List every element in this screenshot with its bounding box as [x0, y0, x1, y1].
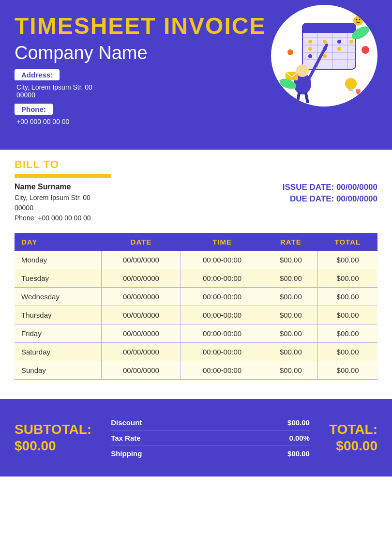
cell-total: $00.00: [318, 288, 377, 306]
svg-point-13: [349, 40, 353, 44]
table-section: DAY DATE TIME RATE TOTAL Monday00/00/000…: [0, 228, 392, 380]
due-date-value: 00/00/0000: [336, 194, 377, 203]
cell-time: 00:00-00:00: [181, 269, 264, 288]
cell-total: $00.00: [318, 251, 377, 269]
tax-row: Tax Rate 0.00%: [111, 431, 310, 446]
svg-point-16: [337, 47, 341, 51]
cell-rate: $00.00: [264, 251, 317, 269]
tax-label: Tax Rate: [111, 434, 140, 442]
due-date-label: DUE DATE:: [290, 194, 334, 203]
subtotal-label: SUBTOTAL:: [15, 421, 91, 438]
issue-date-value: 00/00/0000: [336, 183, 377, 192]
svg-point-17: [308, 54, 312, 58]
svg-point-29: [353, 16, 363, 26]
cell-day: Monday: [15, 251, 102, 269]
cell-total: $00.00: [318, 306, 377, 324]
cell-day: Saturday: [15, 343, 102, 361]
cell-time: 00:00-00:00: [181, 343, 264, 361]
svg-point-14: [308, 47, 312, 51]
svg-point-31: [359, 18, 361, 20]
cell-day: Wednesday: [15, 288, 102, 306]
calendar-illustration-svg: [276, 9, 373, 103]
total-label: TOTAL:: [329, 421, 377, 438]
address-label: Address:: [15, 69, 60, 80]
cell-time: 00:00-00:00: [181, 361, 264, 380]
timesheet-table: DAY DATE TIME RATE TOTAL Monday00/00/000…: [15, 233, 377, 380]
table-row: Wednesday00/00/000000:00-00:00$00.00$00.…: [15, 288, 377, 306]
table-row: Thursday00/00/000000:00-00:00$00.00$00.0…: [15, 306, 377, 324]
due-date-line: DUE DATE: 00/00/0000: [252, 194, 377, 204]
svg-rect-26: [348, 89, 353, 91]
header-illustration: [252, 5, 377, 107]
svg-point-25: [345, 78, 357, 90]
illustration-circle: [271, 5, 377, 107]
header-section: TIMESHEET INVOICE Company Name Address: …: [0, 0, 392, 150]
cell-rate: $00.00: [264, 343, 317, 361]
issue-date-label: ISSUE DATE:: [283, 183, 334, 192]
svg-point-33: [287, 49, 293, 55]
col-date: DATE: [102, 233, 181, 251]
cell-day: Friday: [15, 324, 102, 343]
bill-left: Name Surname City, Lorem Ipsum Str. 00 0…: [15, 183, 252, 223]
cell-rate: $00.00: [264, 269, 317, 288]
svg-point-32: [362, 46, 369, 54]
total-block: TOTAL: $00.00: [329, 421, 377, 454]
shipping-value: $00.00: [287, 449, 310, 458]
bill-to-title: BILL TO: [15, 158, 377, 171]
subtotal-value: $00.00: [15, 438, 91, 454]
issue-date-line: ISSUE DATE: 00/00/0000: [252, 183, 377, 192]
phone-label: Phone:: [15, 104, 53, 115]
cell-time: 00:00-00:00: [181, 306, 264, 324]
cell-day: Sunday: [15, 361, 102, 380]
shipping-row: Shipping $00.00: [111, 446, 310, 461]
table-header-row: DAY DATE TIME RATE TOTAL: [15, 233, 377, 251]
svg-line-23: [306, 93, 308, 103]
svg-point-30: [356, 18, 358, 20]
cell-date: 00/00/0000: [102, 361, 181, 380]
cell-date: 00/00/0000: [102, 251, 181, 269]
bill-to-section: BILL TO Name Surname City, Lorem Ipsum S…: [0, 150, 392, 228]
shipping-label: Shipping: [111, 449, 142, 458]
subtotal-block: SUBTOTAL: $00.00: [15, 421, 91, 454]
cell-time: 00:00-00:00: [181, 324, 264, 343]
bill-name: Name Surname: [15, 183, 252, 191]
svg-point-10: [308, 40, 312, 44]
table-row: Friday00/00/000000:00-00:00$00.00$00.00: [15, 324, 377, 343]
bill-yellow-bar: [15, 174, 111, 178]
cell-rate: $00.00: [264, 288, 317, 306]
cell-day: Tuesday: [15, 269, 102, 288]
cell-rate: $00.00: [264, 361, 317, 380]
tax-value: 0.00%: [289, 434, 310, 442]
phone-value: +00 000 00 00 00: [16, 118, 377, 125]
col-total: TOTAL: [318, 233, 377, 251]
cell-total: $00.00: [318, 269, 377, 288]
discount-value: $00.00: [287, 418, 310, 427]
cell-rate: $00.00: [264, 324, 317, 343]
bill-row: Name Surname City, Lorem Ipsum Str. 00 0…: [15, 183, 377, 223]
cell-date: 00/00/0000: [102, 288, 181, 306]
col-rate: RATE: [264, 233, 317, 251]
table-row: Monday00/00/000000:00-00:00$00.00$00.00: [15, 251, 377, 269]
table-row: Tuesday00/00/000000:00-00:00$00.00$00.00: [15, 269, 377, 288]
cell-date: 00/00/0000: [102, 269, 181, 288]
svg-rect-2: [302, 27, 356, 33]
cell-date: 00/00/0000: [102, 306, 181, 324]
cell-total: $00.00: [318, 343, 377, 361]
col-day: DAY: [15, 233, 102, 251]
cell-date: 00/00/0000: [102, 343, 181, 361]
bill-address: City, Lorem Ipsum Str. 00 00000 Phone: +…: [15, 193, 252, 223]
discount-label: Discount: [111, 418, 142, 427]
table-row: Saturday00/00/000000:00-00:00$00.00$00.0…: [15, 343, 377, 361]
footer-middle: Discount $00.00 Tax Rate 0.00% Shipping …: [111, 415, 310, 461]
cell-total: $00.00: [318, 361, 377, 380]
cell-day: Thursday: [15, 306, 102, 324]
svg-line-22: [297, 93, 299, 103]
cell-total: $00.00: [318, 324, 377, 343]
bill-right: ISSUE DATE: 00/00/0000 DUE DATE: 00/00/0…: [252, 183, 377, 206]
svg-point-11: [323, 40, 327, 44]
svg-point-12: [337, 40, 341, 44]
cell-time: 00:00-00:00: [181, 288, 264, 306]
cell-date: 00/00/0000: [102, 324, 181, 343]
footer-section: SUBTOTAL: $00.00 Discount $00.00 Tax Rat…: [0, 399, 392, 477]
total-value: $00.00: [329, 438, 377, 454]
